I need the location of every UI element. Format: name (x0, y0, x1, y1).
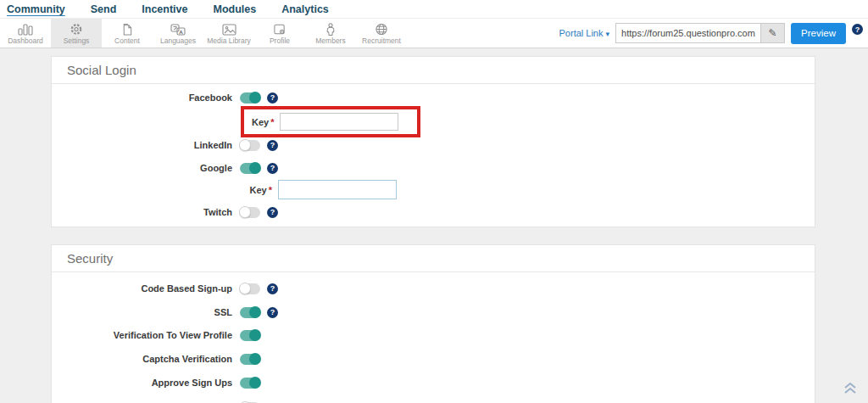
section-title-social-login: Social Login (52, 57, 815, 84)
code-based-signup-toggle[interactable] (240, 283, 260, 294)
google-row: Google ? (52, 160, 815, 176)
svg-text:A: A (180, 30, 183, 35)
toolbar-label: Media Library (207, 36, 251, 45)
toolbar-label: Profile (270, 36, 290, 45)
ssl-label: SSL (52, 307, 232, 317)
facebook-label: Facebook (52, 92, 232, 103)
captcha-verification-label: Captcha Verification (52, 354, 232, 364)
approve-signups-label: Approve Sign Ups (52, 378, 232, 388)
google-toggle[interactable] (240, 163, 260, 174)
verification-profile-toggle[interactable] (240, 330, 260, 341)
facebook-row: Facebook ? (52, 89, 815, 106)
linkedin-toggle[interactable] (240, 140, 260, 151)
section-title-security: Security (52, 245, 815, 272)
ssl-help-icon[interactable]: ? (267, 307, 278, 318)
portal-url-input[interactable] (615, 23, 761, 43)
toolbar-item-members[interactable]: Members (305, 19, 356, 48)
code-based-signup-help-icon[interactable]: ? (267, 283, 278, 294)
nav-item-incentive[interactable]: Incentive (142, 1, 187, 18)
google-label: Google (52, 163, 232, 173)
facebook-key-highlight-box: Key* (241, 106, 420, 137)
facebook-key-label: Key* (252, 117, 274, 127)
twitch-label: Twitch (52, 207, 232, 217)
toggle-knob (239, 206, 251, 218)
ssl-row: SSL ? (52, 304, 815, 321)
toolbar-item-settings[interactable]: Settings (51, 19, 102, 48)
settings-toolbar: Dashboard Settings Content A Languages M… (0, 19, 868, 48)
approve-signups-toggle[interactable] (240, 378, 260, 389)
main-nav: Community Send Incentive Modules Analyti… (0, 0, 868, 19)
toggle-knob (249, 377, 261, 389)
nav-item-send[interactable]: Send (91, 1, 117, 18)
globe-icon (375, 21, 388, 36)
ssl-toggle[interactable] (240, 307, 260, 318)
linkedin-help-icon[interactable]: ? (267, 140, 278, 151)
google-key-label: Key* (52, 185, 272, 195)
scroll-to-top-button[interactable] (843, 381, 858, 398)
toggle-knob (249, 162, 261, 174)
toggle-knob (239, 139, 251, 151)
security-section: Security Code Based Sign-up ? SSL ? Veri… (51, 244, 815, 403)
linkedin-row: LinkedIn ? (52, 137, 815, 154)
preview-button[interactable]: Preview (791, 23, 846, 44)
person-icon (326, 21, 336, 36)
twitch-row: Twitch ? (52, 204, 815, 221)
facebook-help-icon[interactable]: ? (267, 92, 278, 104)
approve-signups-row: Approve Sign Ups (52, 374, 815, 391)
nav-item-modules[interactable]: Modules (214, 1, 257, 18)
twitch-toggle[interactable] (240, 207, 260, 218)
toolbar-label: Recruitment (362, 36, 401, 45)
social-login-linking-row: Social Login Linking (52, 399, 815, 403)
required-asterisk: * (270, 117, 274, 127)
toggle-knob (249, 329, 261, 341)
google-help-icon[interactable]: ? (267, 163, 278, 174)
image-icon (222, 21, 236, 36)
pencil-icon: ✎ (769, 27, 777, 39)
toolbar-label: Dashboard (8, 36, 43, 45)
verification-profile-label: Verification To View Profile (52, 330, 232, 340)
toolbar-label: Content (114, 36, 140, 45)
nav-item-community[interactable]: Community (7, 1, 65, 18)
social-login-section: Social Login Facebook ? Key* LinkedIn ? … (51, 56, 815, 227)
twitch-help-icon[interactable]: ? (267, 207, 278, 218)
toggle-knob (249, 306, 261, 318)
toolbar-item-languages[interactable]: A Languages (153, 19, 203, 48)
linkedin-label: LinkedIn (52, 140, 232, 150)
translate-icon: A (170, 21, 186, 36)
captcha-verification-row: Captcha Verification (52, 350, 815, 367)
google-key-row: Key* (52, 180, 397, 199)
toolbar-item-recruitment[interactable]: Recruitment (356, 19, 407, 48)
code-based-signup-label: Code Based Sign-up (52, 283, 232, 294)
bar-chart-icon (18, 21, 33, 36)
toolbar-item-content[interactable]: Content (102, 19, 153, 48)
toggle-knob (239, 283, 251, 294)
nav-item-analytics[interactable]: Analytics (281, 1, 329, 18)
portal-link-dropdown[interactable]: Portal Link ▾ (559, 28, 610, 38)
toggle-knob (249, 92, 261, 104)
toolbar-label: Settings (64, 36, 90, 45)
toolbar-item-profile[interactable]: Profile (254, 19, 305, 48)
toolbar-label: Members (315, 36, 345, 45)
facebook-key-input[interactable] (280, 113, 398, 131)
portal-link-group: Portal Link ▾ ✎ Preview ? (559, 19, 863, 48)
facebook-toggle[interactable] (240, 92, 260, 104)
preview-help-icon[interactable]: ? (852, 24, 863, 35)
chevron-down-icon: ▾ (606, 30, 610, 38)
toggle-knob (249, 353, 261, 365)
captcha-verification-toggle[interactable] (240, 354, 260, 365)
profile-card-icon (273, 21, 287, 36)
google-key-input[interactable] (278, 180, 397, 199)
document-icon (120, 21, 134, 36)
edit-url-button[interactable]: ✎ (761, 23, 785, 43)
gear-icon (70, 21, 83, 36)
double-chevron-up-icon (843, 383, 858, 397)
verification-profile-row: Verification To View Profile (52, 327, 815, 344)
required-asterisk: * (269, 185, 272, 195)
toolbar-item-media-library[interactable]: Media Library (203, 19, 254, 48)
toolbar-label: Languages (160, 36, 196, 45)
toolbar-item-dashboard[interactable]: Dashboard (0, 19, 51, 48)
code-based-signup-row: Code Based Sign-up ? (52, 280, 815, 297)
